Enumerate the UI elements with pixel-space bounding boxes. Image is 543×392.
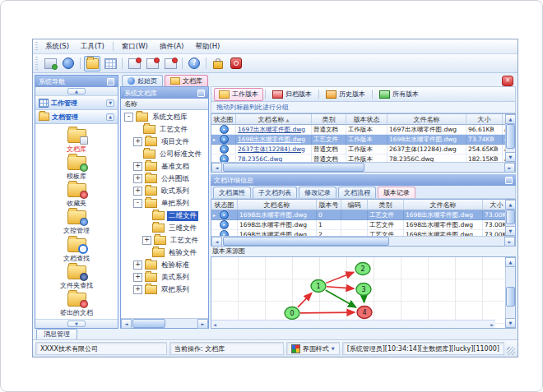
tree-node-欧式系列[interactable]: +欧式系列 [121,185,208,197]
column-header-版本号[interactable]: 版本号 [317,200,341,210]
table-hscrollbar[interactable]: ◄► [211,236,515,246]
screen-button[interactable] [42,56,58,71]
column-header-文档名称[interactable]: 文档名称 [238,200,317,210]
sidebar-item-模板库[interactable]: 模板库 [39,154,114,182]
sidebar-item-文档库[interactable]: 文档库 [39,127,114,154]
sidebar-scroll-up[interactable]: ▲ [35,87,118,96]
menu-item[interactable]: 工具(T) [75,40,110,53]
scroll-right-icon[interactable]: ► [197,319,208,329]
pin-icon[interactable] [505,177,513,184]
sidebar-scroll-down[interactable]: ▼ [35,319,118,328]
button-所有版本[interactable]: 所有版本 [374,88,424,101]
tab-文档库[interactable]: 文档库 [165,75,208,86]
expand-icon[interactable]: + [133,137,142,146]
menu-item[interactable]: 窗口(W) [116,40,154,53]
column-header-编码[interactable]: 编码 [341,200,368,210]
scroll-thumb[interactable] [506,124,515,149]
close-icon[interactable]: × [502,76,513,86]
table-row[interactable]: ▸1697出水嘴零件图.dwg普通文档工作版本1697出水嘴零件图.dwg96.… [211,125,505,135]
help-button[interactable]: ? [186,56,202,71]
tree-node-基准文档[interactable]: +基准文档 [121,160,208,173]
expand-icon[interactable]: + [133,174,142,183]
resize-grip[interactable] [507,347,515,355]
tab-文档流程[interactable]: 文档流程 [338,187,376,198]
column-header-大小[interactable]: 大小 [483,200,505,210]
collapse-icon[interactable]: - [133,199,142,208]
expand-icon[interactable]: + [133,162,142,171]
grid-button[interactable] [102,56,118,71]
column-header-状态图[interactable]: 状态图 [211,114,236,125]
scroll-up-icon[interactable]: ▲ [505,200,516,210]
tree-hscrollbar[interactable]: ◄ ► [121,318,208,328]
table-row[interactable]: ▸▸1698出水嘴零件图.dwg0工艺文件1698出水嘴零件图.dwg73.00… [211,210,505,220]
scroll-right-icon[interactable]: ► [490,322,494,327]
tree-node-单把系列[interactable]: -单把系列 [121,197,208,210]
table-vscrollbar[interactable]: ▲▼ [505,114,515,162]
scroll-right-icon[interactable]: ► [504,163,515,173]
folder-button[interactable] [84,56,100,71]
button-历史版本[interactable]: 历史版本 [321,88,370,101]
scroll-right-icon[interactable]: ► [504,237,515,247]
table-row[interactable]: ▸1698出水嘴零件图.dwg1工艺文件1698出水嘴零件图.dwg73.00K… [211,220,505,230]
scroll-thumb[interactable] [223,163,364,172]
scroll-thumb[interactable] [223,237,389,246]
tree-node-项目文件[interactable]: +项目文件 [121,136,208,148]
scroll-left-icon[interactable]: ◄ [211,163,222,173]
tab-修改记录[interactable]: 修改记录 [299,187,336,198]
menu-item[interactable]: 插件(A) [154,40,189,53]
tree-node-工艺文件[interactable]: 工艺文件 [121,123,208,136]
table-hscrollbar[interactable]: ◄► [211,162,515,172]
sidebar-group-doc[interactable]: 文档管理 ▲ [35,110,118,124]
expand-icon[interactable]: + [133,273,142,282]
mail-in-button[interactable] [144,56,160,71]
scroll-left-icon[interactable]: ◄ [121,319,132,329]
tab-子文档列表[interactable]: 子文档列表 [253,187,297,198]
column-header-版本状态[interactable]: 版本状态 [346,114,388,125]
collapse-icon[interactable]: - [124,113,133,122]
lock-button[interactable] [210,56,226,71]
tree-node-三维文件[interactable]: 三维文件 [121,222,208,234]
style-selector[interactable]: 界面样式 ▼ [286,342,340,355]
scroll-thumb[interactable] [506,210,515,224]
sidebar-item-签出的文档[interactable]: 签出的文档 [39,292,114,319]
table-vscrollbar[interactable]: ▲▼ [505,200,515,236]
sidebar-group-work[interactable]: 工作管理 ▼ [35,96,118,110]
expand-icon[interactable]: + [133,285,142,294]
tab-message-manager[interactable]: 消息管理 [36,329,77,339]
tab-起始页[interactable]: 起始页 [122,75,163,86]
sidebar-item-文控管理[interactable]: 文控管理 [39,210,114,237]
tree-node-检验文件[interactable]: 检验文件 [121,247,208,259]
tree-node-美式系列[interactable]: +美式系列 [121,271,208,284]
table-row[interactable]: ▸78.2356C.dwg普通文档工作版本78.2356C.dwg182.15K… [211,154,505,162]
table-row[interactable]: ▸▸1698出水嘴零件图.dwg工艺文件工作版本1698出水嘴零件图.dwg73… [211,135,505,145]
pin-icon[interactable] [107,78,114,85]
column-header-类别[interactable]: 类别 [368,200,404,210]
scroll-down-icon[interactable]: ▼ [505,152,516,162]
sidebar-item-文档查找[interactable]: 文档查找 [39,237,114,264]
tree-node-公共图纸[interactable]: +公共图纸 [121,173,208,185]
expand-icon[interactable]: + [133,261,142,270]
tree-node-检验标准[interactable]: +检验标准 [121,259,208,271]
tree-node-系统文档库[interactable]: -系统文档库 [121,111,208,123]
globe-button[interactable] [60,56,77,71]
column-header-文件名称[interactable]: 文件名称 [404,200,483,210]
mail-out-button[interactable] [162,56,179,71]
tree-node-工艺文件[interactable]: +工艺文件 [121,234,208,247]
column-header-状态图[interactable]: 状态图 [211,200,238,210]
sidebar-item-文件夹查找[interactable]: 文件夹查找 [39,264,114,291]
column-header-类别[interactable]: 类别 [312,114,346,125]
expand-icon[interactable]: + [133,187,142,196]
table-row[interactable]: ▸1698出水嘴零件图.dwg2工艺文件1698出水嘴零件图.dwg73.00K… [211,230,505,236]
tree-node-二维文件[interactable]: 二维文件 [121,210,208,222]
tab-版本记录[interactable]: 版本记录 [378,187,415,198]
button-工作版本[interactable]: 工作版本 [214,88,263,101]
tree-column-header[interactable]: 名称 [121,99,208,110]
button-归档版本[interactable]: 归档版本 [267,88,317,101]
scroll-left-icon[interactable]: ◄ [211,237,222,247]
scroll-thumb[interactable] [132,319,165,328]
scroll-left-icon[interactable]: ◄ [213,322,216,327]
tree-node-公司标准文件[interactable]: 公司标准文件 [121,148,208,160]
table-row[interactable]: ▸2637主体(12284).dwg普通文档工作版本2637主体(12284).… [211,145,505,154]
column-header-文件名称[interactable]: 文件名称 [388,114,466,125]
scroll-down-icon[interactable]: ▼ [505,226,516,236]
